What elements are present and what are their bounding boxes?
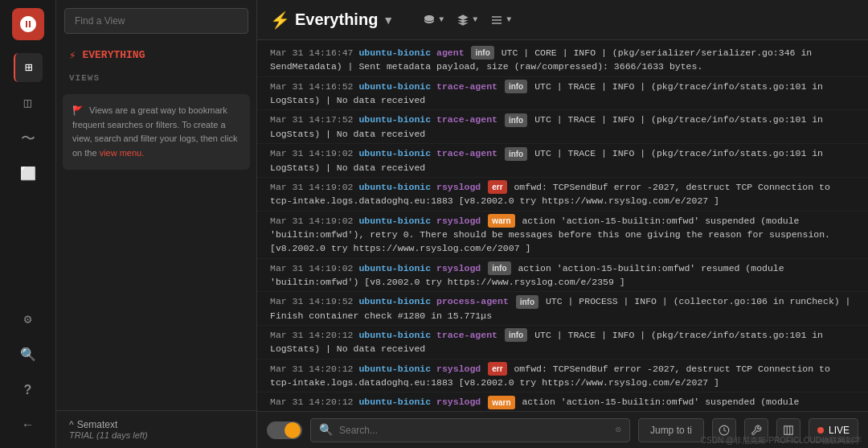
top-bar-icons: ▼ ▼ ▼: [423, 14, 511, 27]
flag-icon: 🚩: [72, 105, 84, 115]
log-badge: warn: [488, 396, 514, 409]
sidebar-item-monitor[interactable]: ⬜: [14, 159, 43, 188]
log-entry[interactable]: Mar 31 14:20:12 ubuntu-bionic trace-agen…: [257, 326, 868, 360]
everything-item[interactable]: ⚡ EVERYTHING: [56, 42, 256, 68]
search-bar: 🔍 ⊙: [310, 418, 630, 442]
log-source: rsyslogd: [436, 216, 481, 226]
log-text: UTC | TRACE | INFO | (pkg/trace/info/sta…: [270, 330, 823, 354]
log-text: action 'action-15-builtin:omfwd' suspend…: [270, 216, 830, 254]
log-entry[interactable]: Mar 31 14:16:52 ubuntu-bionic trace-agen…: [257, 77, 868, 111]
everything-label: EVERYTHING: [82, 49, 145, 61]
log-timestamp: Mar 31 14:20:12: [270, 397, 354, 407]
database-filter-btn[interactable]: ▼: [423, 14, 444, 27]
log-text: omfwd: TCPSendBuf error -2027, destruct …: [270, 364, 830, 388]
sidebar-item-back[interactable]: ←: [14, 411, 43, 440]
sidebar-item-search[interactable]: 🔍: [14, 340, 43, 369]
log-list[interactable]: Mar 31 14:16:47 ubuntu-bionic agent info…: [257, 40, 868, 411]
jump-to-button[interactable]: Jump to ti: [638, 418, 704, 442]
top-bar: ⚡ Everything ▼ ▼ ▼ ▼: [257, 0, 868, 40]
log-entry[interactable]: Mar 31 14:20:12 ubuntu-bionic rsyslogd e…: [257, 360, 868, 393]
search-clear-icon[interactable]: ⊙: [616, 424, 621, 436]
clock-icon: [719, 425, 730, 436]
cube-filter-btn[interactable]: ▼: [457, 14, 477, 27]
log-entry[interactable]: Mar 31 14:16:47 ubuntu-bionic agent info…: [257, 43, 868, 77]
layers-chevron: ▼: [506, 15, 511, 24]
log-source: trace-agent: [436, 330, 497, 340]
log-entry[interactable]: Mar 31 14:19:02 ubuntu-bionic rsyslogd e…: [257, 178, 868, 212]
theme-toggle[interactable]: [267, 421, 302, 439]
log-timestamp: Mar 31 14:16:47: [270, 47, 354, 58]
bottom-section: ^ Sematext TRIAL (11 days left): [56, 410, 256, 448]
log-timestamp: Mar 31 14:19:52: [270, 296, 354, 306]
log-timestamp: Mar 31 14:19:02: [270, 182, 354, 192]
sidebar-item-settings[interactable]: ⚙: [14, 305, 43, 334]
log-timestamp: Mar 31 14:19:02: [270, 216, 354, 226]
sidebar-item-help[interactable]: ?: [14, 376, 43, 405]
log-timestamp: Mar 31 14:20:12: [270, 330, 354, 340]
log-source: agent: [436, 47, 465, 58]
top-bar-title: ⚡ Everything ▼: [270, 10, 394, 30]
log-text: UTC | TRACE | INFO | (pkg/trace/info/sta…: [270, 148, 823, 172]
log-entry[interactable]: Mar 31 14:17:52 ubuntu-bionic trace-agen…: [257, 110, 868, 144]
sematext-label: ^ Sematext: [69, 419, 244, 430]
chevron-up-icon: ^: [69, 419, 74, 430]
search-input[interactable]: [339, 425, 609, 436]
columns-icon: [783, 425, 794, 436]
log-host: ubuntu-bionic: [358, 81, 431, 92]
cube-chevron: ▼: [473, 15, 477, 24]
search-icon: 🔍: [319, 423, 333, 437]
log-badge: warn: [488, 214, 514, 228]
sidebar-item-layout[interactable]: ⊞: [14, 53, 43, 82]
database-chevron: ▼: [439, 15, 444, 24]
log-timestamp: Mar 31 14:19:02: [270, 263, 354, 273]
log-entry[interactable]: Mar 31 14:19:02 ubuntu-bionic rsyslogd i…: [257, 259, 868, 293]
top-title-chevron: ▼: [383, 14, 394, 27]
left-panel: ⚡ EVERYTHING VIEWS 🚩 Views are a great w…: [56, 0, 257, 448]
log-entry[interactable]: Mar 31 14:20:12 ubuntu-bionic rsyslogd w…: [257, 393, 868, 411]
top-bolt-icon: ⚡: [270, 10, 290, 30]
find-view-input[interactable]: [64, 8, 248, 34]
log-source: process-agent: [436, 296, 509, 306]
view-menu-link[interactable]: view menu.: [100, 148, 145, 158]
log-badge: info: [505, 113, 527, 127]
log-badge: info: [471, 46, 493, 60]
cube-icon: [457, 14, 469, 27]
log-host: ubuntu-bionic: [358, 330, 431, 340]
log-host: ubuntu-bionic: [358, 397, 431, 407]
sidebar-item-dashboard[interactable]: ◫: [14, 88, 43, 117]
log-badge: err: [488, 362, 506, 376]
log-badge: err: [488, 180, 506, 194]
log-host: ubuntu-bionic: [358, 148, 431, 158]
log-source: rsyslogd: [436, 182, 481, 192]
app-logo[interactable]: [12, 8, 44, 40]
views-section-label: VIEWS: [56, 68, 256, 88]
sidebar-item-pulse[interactable]: 〜: [14, 124, 43, 153]
log-badge: info: [516, 295, 538, 309]
log-source: rsyslogd: [436, 397, 481, 407]
log-badge: info: [505, 328, 527, 342]
trial-label: TRIAL (11 days left): [69, 430, 244, 440]
log-host: ubuntu-bionic: [358, 263, 431, 273]
log-source: trace-agent: [436, 114, 497, 125]
log-host: ubuntu-bionic: [358, 182, 431, 192]
log-text: UTC | TRACE | INFO | (pkg/trace/info/sta…: [270, 114, 823, 138]
log-text: UTC | PROCESS | INFO | (collector.go:106…: [270, 296, 850, 320]
log-timestamp: Mar 31 14:20:12: [270, 364, 354, 374]
views-info-box: 🚩 Views are a great way to bookmark freq…: [63, 94, 250, 170]
layers-filter-btn[interactable]: ▼: [490, 14, 511, 27]
log-badge: info: [488, 261, 510, 275]
log-entry[interactable]: Mar 31 14:19:02 ubuntu-bionic rsyslogd w…: [257, 212, 868, 259]
log-entry[interactable]: Mar 31 14:19:52 ubuntu-bionic process-ag…: [257, 292, 868, 326]
log-host: ubuntu-bionic: [358, 216, 431, 226]
log-host: ubuntu-bionic: [358, 296, 431, 306]
main-content: ⚡ Everything ▼ ▼ ▼ ▼ Mar 31 14:16:47 ubu…: [257, 0, 868, 448]
log-source: trace-agent: [436, 81, 497, 92]
live-dot: [817, 427, 824, 434]
log-text: UTC | TRACE | INFO | (pkg/trace/info/sta…: [270, 81, 823, 105]
sidebar: ⊞ ◫ 〜 ⬜ ⚙ 🔍 ? ←: [0, 0, 56, 448]
log-badge: info: [505, 147, 527, 161]
log-entry[interactable]: Mar 31 14:19:02 ubuntu-bionic trace-agen…: [257, 144, 868, 178]
log-source: rsyslogd: [436, 263, 481, 273]
log-timestamp: Mar 31 14:19:02: [270, 148, 354, 158]
log-host: ubuntu-bionic: [358, 364, 431, 374]
